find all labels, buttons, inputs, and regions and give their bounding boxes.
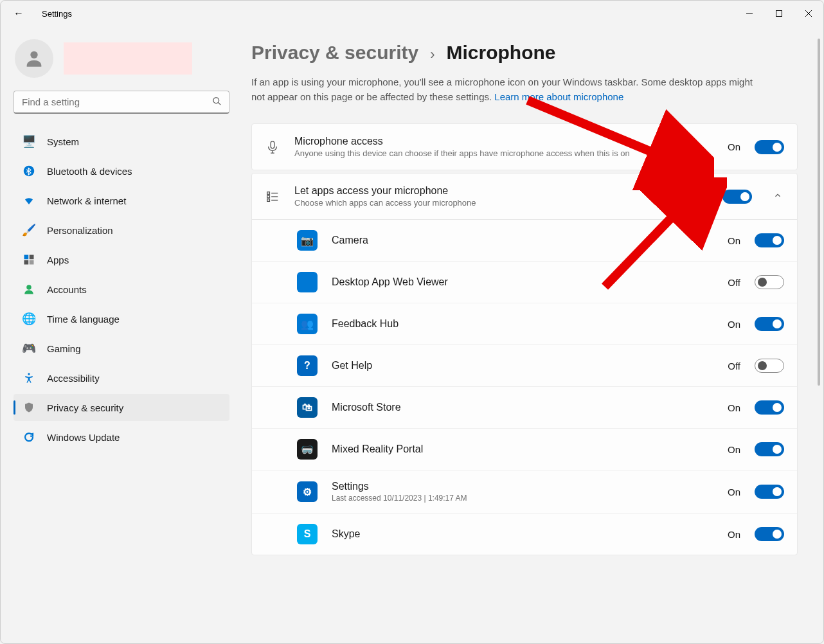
person-icon (22, 283, 35, 296)
sidebar-item-apps[interactable]: Apps (13, 246, 229, 273)
chevron-right-icon: › (430, 46, 434, 63)
chevron-up-icon[interactable] (771, 191, 784, 202)
toggle-state-label: On (728, 235, 740, 246)
microphone-access-card[interactable]: Microphone access Anyone using this devi… (251, 123, 798, 170)
app-name: Skype (332, 528, 713, 540)
sidebar: 🖥️ System Bluetooth & devices Network & … (1, 26, 238, 643)
app-name: Get Help (332, 360, 713, 371)
app-toggle[interactable] (755, 527, 784, 541)
sidebar-item-label: Time & language (47, 314, 120, 325)
app-last-accessed: Last accessed 10/11/2023 | 1:49:17 AM (332, 494, 713, 503)
toggle-state-label: On (695, 191, 708, 202)
app-toggle[interactable] (755, 442, 784, 456)
gamepad-icon: 🎮 (22, 342, 35, 355)
app-name: Desktop App Web Viewer (332, 276, 713, 288)
svg-rect-11 (30, 260, 34, 265)
app-row: ?Get HelpOff (252, 345, 797, 387)
sidebar-item-system[interactable]: 🖥️ System (13, 128, 229, 155)
sidebar-item-accessibility[interactable]: Accessibility (13, 364, 229, 391)
let-apps-header[interactable]: Let apps access your microphone Choose w… (252, 174, 797, 219)
svg-rect-15 (267, 192, 270, 194)
let-apps-card: Let apps access your microphone Choose w… (251, 173, 798, 555)
app-icon: 🥽 (297, 439, 318, 460)
globe-clock-icon: 🌐 (22, 312, 35, 325)
user-block[interactable] (15, 39, 229, 78)
app-name: Settings (332, 481, 713, 492)
scrollbar[interactable] (816, 26, 821, 630)
app-row: 👥Feedback HubOn (252, 303, 797, 345)
search-input[interactable] (13, 91, 229, 114)
app-row: 🥽Mixed Reality PortalOn (252, 429, 797, 470)
toggle-state-label: Off (728, 361, 740, 371)
svg-rect-17 (267, 195, 270, 198)
card-subtitle: Anyone using this device can choose if t… (294, 148, 713, 158)
app-list: 📷CameraOnDesktop App Web ViewerOff👥Feedb… (252, 219, 797, 555)
scrollbar-thumb[interactable] (818, 39, 820, 386)
microphone-icon (265, 140, 280, 154)
avatar (15, 39, 53, 78)
app-name: Microsoft Store (332, 402, 713, 413)
svg-point-4 (30, 51, 37, 58)
toggle-state-label: On (728, 319, 740, 330)
close-button[interactable] (794, 3, 823, 24)
app-icon: ? (297, 355, 318, 376)
svg-rect-10 (24, 260, 29, 265)
toggle-state-label: Off (728, 277, 740, 288)
card-subtitle: Choose which apps can access your microp… (294, 198, 681, 208)
breadcrumb-parent[interactable]: Privacy & security (251, 42, 418, 64)
sidebar-item-personalization[interactable]: 🖌️ Personalization (13, 217, 229, 244)
sidebar-item-privacy-security[interactable]: Privacy & security (13, 394, 229, 421)
apps-icon (22, 253, 35, 266)
let-apps-toggle[interactable] (722, 190, 752, 204)
app-row: SSkypeOn (252, 514, 797, 555)
microphone-access-toggle[interactable] (755, 140, 784, 154)
svg-rect-1 (776, 11, 782, 17)
app-title: Settings (42, 9, 72, 19)
app-toggle[interactable] (755, 317, 784, 331)
card-title: Microphone access (294, 136, 713, 147)
sidebar-item-network[interactable]: Network & internet (13, 187, 229, 214)
svg-point-5 (213, 98, 219, 103)
nav-list: 🖥️ System Bluetooth & devices Network & … (13, 128, 229, 451)
app-toggle[interactable] (755, 485, 784, 499)
app-name: Mixed Reality Portal (332, 443, 713, 455)
app-toggle[interactable] (755, 359, 784, 373)
app-toggle[interactable] (755, 400, 784, 415)
main-content: Privacy & security › Microphone If an ap… (238, 26, 823, 643)
search-icon[interactable] (212, 96, 222, 108)
user-name-redacted (64, 42, 192, 75)
sidebar-item-label: Network & internet (47, 195, 126, 206)
toggle-state-label: On (728, 402, 740, 413)
breadcrumb: Privacy & security › Microphone (251, 42, 798, 64)
sidebar-item-label: Accounts (47, 284, 87, 295)
minimize-button[interactable] (735, 3, 764, 24)
app-row: ⚙SettingsLast accessed 10/11/2023 | 1:49… (252, 470, 797, 514)
sidebar-item-label: Privacy & security (47, 402, 123, 413)
app-icon: 📷 (297, 230, 318, 251)
svg-point-13 (28, 373, 30, 375)
learn-more-link[interactable]: Learn more about microphone (494, 91, 623, 102)
maximize-button[interactable] (764, 3, 794, 24)
sidebar-item-bluetooth[interactable]: Bluetooth & devices (13, 157, 229, 184)
svg-point-12 (26, 285, 31, 290)
sidebar-item-windows-update[interactable]: Windows Update (13, 424, 229, 451)
sidebar-item-time-language[interactable]: 🌐 Time & language (13, 305, 229, 332)
intro-text: If an app is using your microphone, you'… (251, 75, 766, 104)
app-icon (297, 272, 318, 292)
back-button[interactable]: ← (13, 8, 24, 19)
svg-rect-14 (271, 141, 274, 148)
sidebar-item-accounts[interactable]: Accounts (13, 276, 229, 303)
sidebar-item-label: System (47, 136, 79, 147)
toggle-state-label: On (728, 529, 740, 540)
bluetooth-icon (22, 165, 35, 177)
wifi-icon (22, 194, 35, 207)
app-icon: S (297, 524, 318, 544)
app-toggle[interactable] (755, 275, 784, 289)
sidebar-item-gaming[interactable]: 🎮 Gaming (13, 335, 229, 362)
card-title: Let apps access your microphone (294, 185, 681, 197)
page-title: Microphone (446, 42, 555, 64)
svg-rect-19 (267, 199, 270, 201)
app-toggle[interactable] (755, 233, 784, 247)
shield-icon (22, 401, 35, 414)
app-row: Desktop App Web ViewerOff (252, 262, 797, 303)
